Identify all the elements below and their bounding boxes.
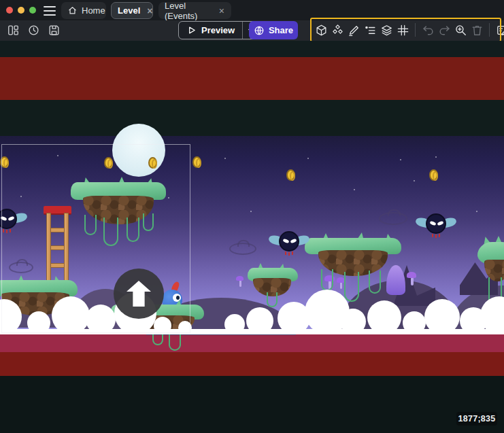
tab-level[interactable]: Level × xyxy=(111,2,153,19)
layers-icon[interactable] xyxy=(379,22,394,38)
tab-level-events[interactable]: Level (Events) × xyxy=(158,2,231,19)
share-button[interactable]: Share xyxy=(249,21,298,39)
project-manager-icon[interactable] xyxy=(5,22,20,38)
bottom-black-band xyxy=(0,376,504,433)
traffic-light-minimize-button[interactable] xyxy=(18,7,24,14)
cursor-coordinates-badge: 1877;835 xyxy=(456,412,497,426)
ground-red-band xyxy=(0,352,504,376)
undo-icon[interactable] xyxy=(420,22,435,38)
preview-button[interactable]: Preview xyxy=(178,21,258,39)
cloud xyxy=(340,309,366,334)
tab-close-icon[interactable]: × xyxy=(218,6,225,16)
hamburger-menu-icon[interactable] xyxy=(44,6,56,16)
cloud xyxy=(224,314,245,334)
traffic-light-close-button[interactable] xyxy=(6,7,13,14)
cloud xyxy=(367,300,401,334)
scene-properties-icon[interactable] xyxy=(494,22,504,38)
scene-edit-toolbar xyxy=(314,21,504,39)
3d-box-icon[interactable] xyxy=(314,22,329,38)
zoom-in-icon[interactable] xyxy=(453,22,468,38)
traffic-light-zoom-button[interactable] xyxy=(29,7,36,14)
tab-label: Level xyxy=(118,5,140,16)
tab-label: Level (Events) xyxy=(165,1,212,21)
history-icon[interactable] xyxy=(26,22,41,38)
globe-icon xyxy=(254,25,265,36)
app-window: Home Level × Level (Events) × xyxy=(0,0,504,433)
redo-icon[interactable] xyxy=(437,22,452,38)
tab-close-icon[interactable]: × xyxy=(146,6,153,16)
share-label: Share xyxy=(269,25,293,35)
home-icon xyxy=(67,5,78,16)
edit-pencil-icon[interactable] xyxy=(346,22,361,38)
tab-home[interactable]: Home xyxy=(61,2,106,19)
selection-rectangle[interactable] xyxy=(1,144,190,333)
cloud xyxy=(424,299,460,334)
grid-icon[interactable] xyxy=(395,22,410,38)
titlebar: Home Level × Level (Events) × xyxy=(0,0,504,20)
toolbar-left-icons xyxy=(5,22,61,38)
jump-control-button-sprite[interactable] xyxy=(114,269,164,319)
ground-crimson-band xyxy=(0,333,504,352)
scene-editor-canvas[interactable]: 1877;835 xyxy=(0,41,504,433)
instances-list-icon[interactable] xyxy=(363,22,377,38)
preview-label: Preview xyxy=(201,25,235,35)
cloud xyxy=(246,307,273,334)
up-arrow-icon xyxy=(127,281,151,307)
preview-button-main[interactable]: Preview xyxy=(179,22,242,39)
save-icon[interactable] xyxy=(46,22,61,38)
delete-trash-icon[interactable] xyxy=(469,22,484,38)
objects-group-icon[interactable] xyxy=(330,22,345,38)
cloud xyxy=(403,311,426,334)
tab-label: Home xyxy=(82,5,105,16)
play-icon xyxy=(186,25,197,35)
